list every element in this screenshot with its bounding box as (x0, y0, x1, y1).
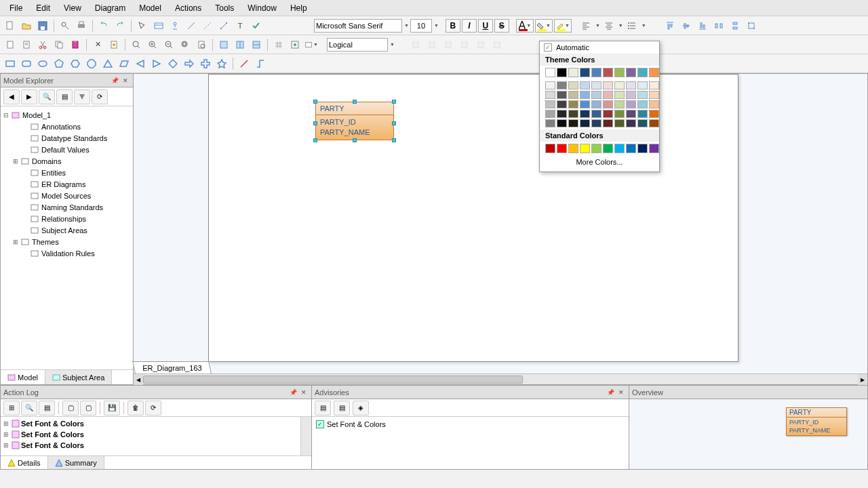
redo-icon[interactable] (113, 18, 127, 33)
menu-help[interactable]: Help (283, 2, 314, 14)
find-icon[interactable] (58, 18, 73, 33)
ellipse-icon[interactable] (35, 56, 50, 71)
hexagon-icon[interactable] (68, 56, 83, 71)
model-tree[interactable]: ⊟Model_1 Annotations Datatype Standards … (1, 106, 133, 369)
color-swatch[interactable] (591, 100, 601, 108)
color-swatch[interactable] (545, 100, 555, 108)
tree-item[interactable]: Subject Areas (41, 226, 87, 235)
highlight-button[interactable]: ▼ (554, 19, 572, 33)
menu-window[interactable]: Window (241, 2, 283, 14)
color-swatch[interactable] (614, 81, 625, 89)
distribute-h-icon[interactable] (711, 18, 726, 33)
font-color-button[interactable]: A▼ (516, 19, 534, 33)
save-icon[interactable] (35, 18, 50, 33)
log-save-icon[interactable]: 💾 (104, 401, 120, 415)
color-swatch[interactable] (603, 144, 613, 153)
color-swatch[interactable] (545, 110, 555, 118)
log-find-icon[interactable]: 🔍 (21, 401, 37, 415)
color-swatch[interactable] (614, 91, 625, 99)
color-swatch[interactable] (649, 100, 659, 108)
color-swatch[interactable] (626, 91, 636, 99)
color-swatch[interactable] (557, 110, 567, 118)
color-swatch[interactable] (614, 119, 625, 127)
doc1-icon[interactable] (3, 37, 18, 52)
color-swatch[interactable] (545, 68, 555, 77)
color-swatch[interactable] (649, 144, 659, 153)
color-swatch[interactable] (626, 100, 636, 108)
group-icon[interactable] (744, 18, 759, 33)
color-swatch[interactable] (545, 119, 555, 127)
zoom-page-icon[interactable] (194, 37, 209, 52)
parallelogram-icon[interactable] (117, 56, 132, 71)
color-swatch[interactable] (626, 144, 636, 153)
menu-actions[interactable]: Actions (168, 2, 208, 14)
octagon-icon[interactable] (84, 56, 99, 71)
pin-icon[interactable]: 📌 (110, 76, 119, 85)
check-icon[interactable] (249, 18, 264, 33)
find-tree-icon[interactable]: 🔍 (39, 89, 55, 104)
close-icon[interactable]: ✕ (121, 76, 130, 85)
canvas-tab[interactable]: ER_Diagram_163 (132, 361, 212, 373)
color-swatch[interactable] (591, 110, 601, 118)
tree-item[interactable]: Datatype Standards (41, 134, 107, 142)
tree-item[interactable]: Naming Standards (41, 203, 103, 211)
vertical-scrollbar[interactable] (300, 417, 311, 455)
italic-button[interactable]: I (462, 19, 477, 33)
print-icon[interactable] (74, 18, 89, 33)
dropdown-icon[interactable]: ▼ (304, 37, 319, 52)
color-swatch[interactable] (614, 100, 625, 108)
distribute-v-icon[interactable] (728, 18, 743, 33)
pin-icon[interactable]: 📌 (606, 388, 615, 397)
color-swatch[interactable] (568, 119, 578, 127)
cut-icon[interactable] (35, 37, 50, 52)
underline-button[interactable]: U (478, 19, 493, 33)
align-left-icon[interactable] (578, 18, 593, 33)
color-swatch[interactable] (557, 91, 567, 99)
log-item[interactable]: ⊞Set Font & Colors (2, 429, 299, 440)
color-swatch[interactable] (580, 68, 590, 77)
chevron-down-icon[interactable]: ▼ (642, 23, 646, 28)
chevron-down-icon[interactable]: ▼ (618, 23, 623, 28)
view-level-select[interactable] (327, 38, 388, 52)
paste-icon[interactable] (68, 37, 83, 52)
color-swatch[interactable] (580, 81, 590, 89)
color-swatch[interactable] (580, 110, 590, 118)
arrow-icon[interactable] (182, 56, 197, 71)
color-swatch[interactable] (649, 91, 659, 99)
scroll-right-icon[interactable]: ▶ (858, 374, 867, 385)
tree-item[interactable]: Default Values (41, 146, 90, 154)
tree-item[interactable]: ER Diagrams (41, 180, 85, 188)
sort-icon[interactable] (74, 89, 90, 104)
tree-root[interactable]: Model_1 (22, 111, 51, 119)
tree-item[interactable]: Entities (41, 169, 66, 177)
grid-icon[interactable] (271, 37, 286, 52)
refresh-icon[interactable]: ⟳ (92, 89, 108, 104)
identifying-rel-icon[interactable] (184, 18, 199, 33)
color-swatch[interactable] (603, 110, 613, 118)
select-icon[interactable] (135, 18, 150, 33)
triangle-left-icon[interactable] (133, 56, 148, 71)
nav-back-icon[interactable]: ◀ (3, 89, 20, 104)
color-swatch[interactable] (591, 81, 601, 89)
log-clear-icon[interactable]: 🗑 (127, 401, 144, 415)
triangle-icon[interactable] (100, 56, 115, 71)
tab-model[interactable]: Model (1, 370, 45, 384)
color-swatch[interactable] (637, 81, 648, 89)
copy-icon[interactable] (52, 37, 66, 52)
color-swatch[interactable] (626, 81, 636, 89)
more-colors[interactable]: More Colors... (540, 155, 659, 169)
scroll-left-icon[interactable]: ◀ (134, 374, 143, 385)
color-swatch[interactable] (603, 81, 613, 89)
close-icon[interactable]: ✕ (616, 388, 626, 397)
color-swatch[interactable] (568, 91, 578, 99)
color-swatch[interactable] (603, 91, 613, 99)
tree-item[interactable]: Validation Rules (41, 249, 95, 258)
color-swatch[interactable] (557, 144, 567, 153)
align-bottom-icon[interactable] (695, 18, 710, 33)
undo-icon[interactable] (96, 18, 111, 33)
zoom-normal-icon[interactable] (129, 37, 144, 52)
log-refresh-icon[interactable]: ⟳ (145, 401, 161, 415)
color-swatch[interactable] (649, 68, 659, 77)
log-item[interactable]: ⊞Set Font & Colors (2, 418, 299, 429)
color-swatch[interactable] (626, 68, 636, 77)
